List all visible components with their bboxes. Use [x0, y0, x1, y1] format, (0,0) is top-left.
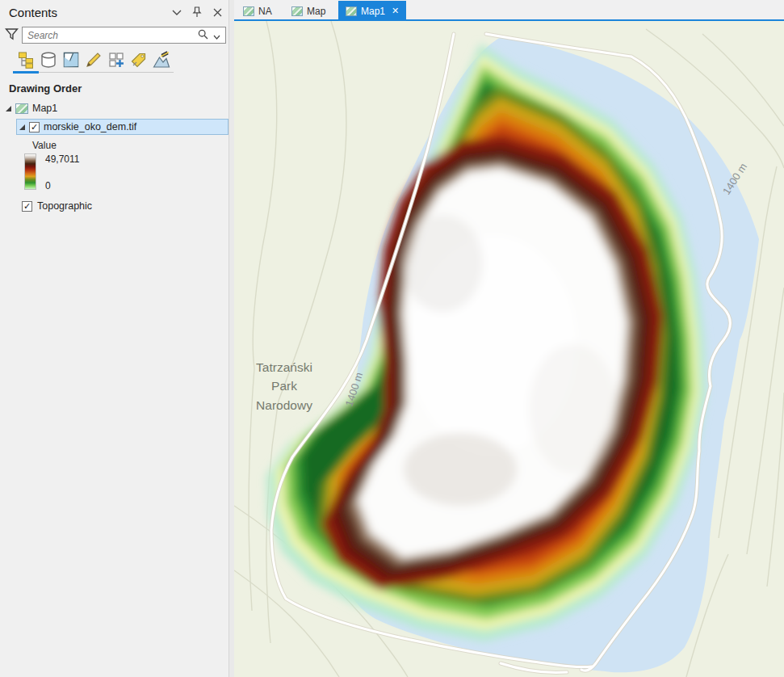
tab-label: Map: [307, 6, 325, 17]
legend-max-value: 49,7011: [45, 153, 80, 165]
arcgis-window: Contents: [0, 0, 784, 677]
tab-label: Map1: [361, 6, 385, 17]
tab-map[interactable]: Map: [284, 1, 333, 21]
label-tag-icon[interactable]: [128, 49, 149, 70]
layer-legend: Value 49,7011 0: [32, 140, 228, 191]
park-label-line3: Narodowy: [256, 398, 312, 412]
panel-title: Contents: [9, 6, 57, 19]
legend-min-value: 0: [45, 180, 51, 191]
panel-splitter[interactable]: [228, 0, 234, 677]
map-canvas[interactable]: Tatrzański Park Narodowy 1400 m 1400 m: [234, 21, 784, 677]
search-box: [22, 27, 226, 44]
toolbar-baseline: [39, 72, 174, 73]
tab-map1[interactable]: Map1 ✕: [338, 1, 406, 21]
panel-menu-chevron-icon[interactable]: [170, 6, 183, 19]
list-by-data-source-icon[interactable]: [38, 49, 59, 70]
basemap-name-label: Topographic: [37, 200, 92, 212]
tree-item-map1[interactable]: Map1: [0, 100, 228, 116]
active-tool-indicator: [13, 71, 39, 74]
search-icon[interactable]: [198, 28, 208, 43]
map-thumbnail-icon: [291, 6, 303, 16]
layer-name-label: morskie_oko_dem.tif: [44, 121, 136, 132]
pin-icon[interactable]: [191, 6, 203, 19]
view-tabbar: NA Map Map1 ✕: [234, 0, 784, 21]
list-by-selection-icon[interactable]: [61, 49, 82, 70]
search-input[interactable]: [23, 30, 198, 41]
tree-item-basemap[interactable]: ✓ Topographic: [22, 198, 228, 214]
legend-field-label: Value: [32, 140, 228, 151]
map-thumbnail-icon: [15, 103, 28, 114]
search-dropdown-chevron-icon[interactable]: [213, 28, 220, 43]
map-name-label: Map1: [32, 103, 57, 114]
layer-tree: Map1 ✓ morskie_oko_dem.tif Value 49,7011…: [0, 100, 228, 214]
legend-ramp: [24, 153, 36, 190]
map-thumbnail-icon: [346, 6, 357, 16]
edit-pencil-icon[interactable]: [83, 49, 104, 70]
close-icon[interactable]: [211, 6, 224, 19]
map-view: NA Map Map1 ✕: [234, 0, 784, 677]
basemap-visibility-checkbox[interactable]: ✓: [22, 201, 32, 212]
park-label-line2: Park: [271, 379, 297, 393]
park-label-line1: Tatrzański: [256, 360, 312, 374]
tree-item-dem-layer[interactable]: ✓ morskie_oko_dem.tif: [16, 119, 228, 135]
list-by-perspective-icon[interactable]: [151, 49, 172, 70]
filter-icon[interactable]: [5, 27, 19, 42]
contents-toolbar: [0, 48, 228, 74]
list-by-drawing-order-icon[interactable]: [15, 49, 36, 70]
contents-panel-header: Contents: [0, 0, 228, 24]
expander-icon[interactable]: [6, 106, 11, 111]
tab-label: NA: [258, 6, 272, 17]
expander-icon[interactable]: [19, 124, 25, 130]
map-thumbnail-icon: [243, 6, 254, 16]
section-heading: Drawing Order: [9, 82, 82, 95]
layer-visibility-checkbox[interactable]: ✓: [29, 122, 40, 132]
search-row: [0, 27, 228, 44]
contents-panel: Contents: [0, 0, 228, 677]
tab-na[interactable]: NA: [236, 1, 279, 21]
list-by-labeling-icon[interactable]: [106, 49, 127, 70]
tab-close-icon[interactable]: ✕: [392, 6, 399, 16]
